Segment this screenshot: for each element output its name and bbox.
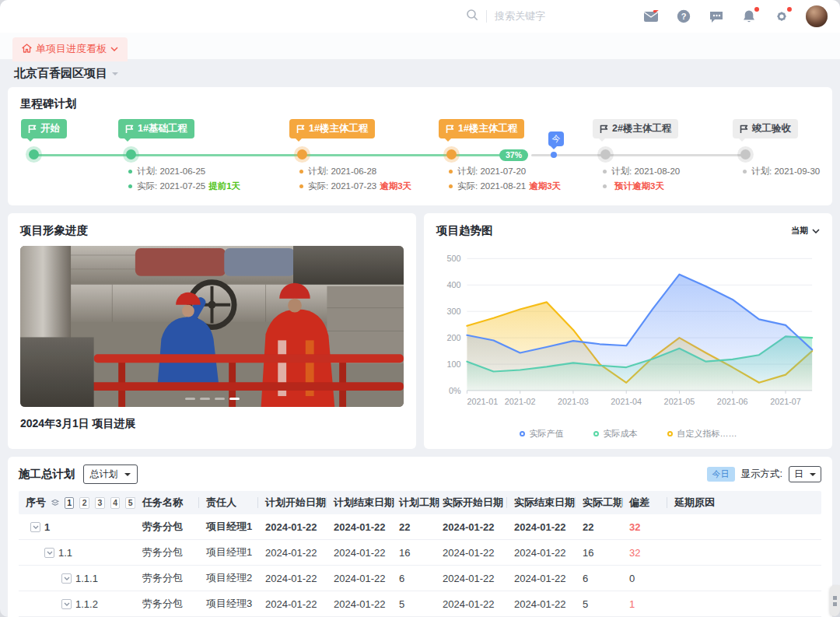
carousel-dot[interactable] xyxy=(229,398,240,400)
level-button-3[interactable]: 3 xyxy=(95,497,105,509)
progress-pill: 37% xyxy=(499,149,528,161)
carousel-dot[interactable] xyxy=(200,398,210,400)
tree-toggle-icon[interactable] xyxy=(61,573,72,584)
legend-item[interactable]: 实际成本 xyxy=(593,428,638,440)
table-cell: 2024-01-22 xyxy=(436,573,507,584)
plan-type-select[interactable]: 总计划 xyxy=(83,465,138,484)
carousel-dot[interactable] xyxy=(215,398,225,400)
table-cell: 2024-01-22 xyxy=(327,547,392,559)
schedule-title: 施工总计划 xyxy=(19,467,75,482)
milestone-badge: 2#楼主体工程 xyxy=(593,119,678,138)
milestone-dot xyxy=(446,149,457,160)
table-cell: 6 xyxy=(576,573,622,584)
avatar[interactable] xyxy=(806,5,828,27)
column-header-plan-end: 计划结束日期 xyxy=(327,496,392,510)
help-icon[interactable]: ? xyxy=(675,8,692,25)
column-header-seq: 序号 1 2 3 4 5 xyxy=(19,496,135,510)
photo-caption: 2024年3月1日 项目进展 xyxy=(20,417,404,431)
display-mode-value: 日 xyxy=(794,468,803,481)
milestone-timeline: 开始1#基础工程计划: 2021-06-25实际: 2021-07-25 提前1… xyxy=(20,114,820,202)
settings-icon[interactable] xyxy=(773,8,790,25)
table-cell: 2024-01-22 xyxy=(258,547,327,559)
column-header-actual-start: 实际开始日期 xyxy=(436,496,507,510)
table-cell: 22 xyxy=(392,521,436,533)
milestone-dates: 计划: 2021-07-20实际: 2021-08-21 逾期3天 xyxy=(449,164,561,194)
table-cell: 2024-01-22 xyxy=(507,521,576,533)
flag-icon xyxy=(600,124,608,134)
column-header-actual-days: 实际工期 xyxy=(576,496,622,510)
today-marker: 今 xyxy=(548,131,564,146)
table-row[interactable]: 1.1.2劳务分包项目经理32024-01-222024-01-2252024-… xyxy=(19,591,821,617)
svg-text:500: 500 xyxy=(446,254,460,263)
table-row[interactable]: 1劳务分包项目经理12024-01-222024-01-22222024-01-… xyxy=(19,514,821,540)
milestone-badge: 1#楼主体工程 xyxy=(289,119,375,138)
tree-toggle-icon[interactable] xyxy=(61,599,72,609)
layers-icon[interactable] xyxy=(51,498,59,507)
deviation-cell: 1 xyxy=(622,598,667,610)
title-row: 北京百香园区项目 xyxy=(8,59,832,87)
chevron-down-icon xyxy=(812,229,820,233)
table-cell: 项目经理1 xyxy=(199,520,258,534)
milestone-dot xyxy=(126,149,136,160)
trend-chart: 5004003002001000%2021-012021-022021-0320… xyxy=(436,240,820,426)
legend-item[interactable]: 实际产值 xyxy=(520,428,564,440)
chat-icon[interactable] xyxy=(708,8,725,25)
svg-text:2021-07: 2021-07 xyxy=(770,397,801,406)
milestone-badge: 竣工验收 xyxy=(733,119,798,138)
level-button-4[interactable]: 4 xyxy=(110,497,121,509)
column-header-deviation: 偏差 xyxy=(622,496,667,510)
table-cell: 劳务分包 xyxy=(135,597,199,611)
search-input[interactable]: 搜索关键字 xyxy=(466,9,588,24)
table-cell: 劳务分包 xyxy=(135,520,199,534)
schedule-table-header: 序号 1 2 3 4 5 任务名称 责任人 计划开始日期 计划结束日期 计划工期… xyxy=(19,491,821,514)
svg-text:2021-02: 2021-02 xyxy=(505,397,536,406)
column-header-plan-days: 计划工期 xyxy=(392,496,436,510)
tree-toggle-icon[interactable] xyxy=(44,548,54,558)
table-cell: 2024-01-22 xyxy=(507,573,576,584)
svg-text:400: 400 xyxy=(446,280,460,289)
flag-icon xyxy=(28,124,37,134)
side-panel-handle[interactable] xyxy=(830,585,840,616)
svg-text:300: 300 xyxy=(446,307,460,316)
column-header-delay-reason: 延期原因 xyxy=(667,496,821,510)
flag-icon xyxy=(740,124,748,134)
tab-single-project-board[interactable]: 单项目进度看板 xyxy=(12,37,128,61)
carousel-dot[interactable] xyxy=(185,398,195,400)
tree-toggle-icon[interactable] xyxy=(30,522,40,532)
project-switch-caret-icon[interactable] xyxy=(112,72,118,79)
carousel-dots xyxy=(185,398,240,400)
column-header-owner: 责任人 xyxy=(199,496,258,510)
schedule-card: 施工总计划 总计划 今日 显示方式: 日 序号 xyxy=(8,457,832,617)
display-mode-select[interactable]: 日 xyxy=(789,466,821,482)
table-cell: 2024-01-22 xyxy=(327,521,392,533)
svg-text:100: 100 xyxy=(446,359,460,369)
table-cell: 2024-01-22 xyxy=(258,598,327,610)
notifications-icon[interactable] xyxy=(740,8,758,25)
mail-icon[interactable] xyxy=(642,8,660,25)
column-header-actual-end: 实际结束日期 xyxy=(507,496,576,510)
level-button-1[interactable]: 1 xyxy=(65,497,75,509)
level-button-2[interactable]: 2 xyxy=(79,497,89,509)
milestone-card: 里程碑计划 开始1#基础工程计划: 2021-06-25实际: 2021-07-… xyxy=(8,87,832,205)
table-cell: 项目经理3 xyxy=(199,597,258,611)
flag-icon xyxy=(296,124,305,134)
table-cell: 2024-01-22 xyxy=(327,598,392,610)
plan-type-value: 总计划 xyxy=(90,468,118,481)
table-cell: 项目经理1 xyxy=(199,545,258,559)
today-badge: 今日 xyxy=(707,467,735,482)
project-photo-art xyxy=(20,246,404,407)
today-marker-dot xyxy=(551,152,557,158)
milestone-dot xyxy=(297,149,307,160)
trend-card: 项目趋势图 当期 5004003002001000%2021-012021-02… xyxy=(424,213,832,449)
period-select[interactable]: 当期 xyxy=(791,225,820,237)
legend-item[interactable]: 自定义指标…… xyxy=(667,428,737,440)
milestone-dates: 计划: 2021-06-28实际: 2021-07-23 逾期3天 xyxy=(299,164,411,194)
table-row[interactable]: 1.1劳务分包项目经理12024-01-222024-01-22162024-0… xyxy=(19,540,821,566)
milestone-title: 里程碑计划 xyxy=(20,96,820,111)
table-row[interactable]: 1.1.1劳务分包项目经理22024-01-222024-01-2262024-… xyxy=(19,566,821,591)
dashboard-page: 搜索关键字 ? xyxy=(0,0,840,617)
project-photo xyxy=(20,246,404,407)
level-button-5[interactable]: 5 xyxy=(125,497,135,509)
flag-icon xyxy=(446,124,454,134)
svg-text:2021-04: 2021-04 xyxy=(611,397,642,406)
